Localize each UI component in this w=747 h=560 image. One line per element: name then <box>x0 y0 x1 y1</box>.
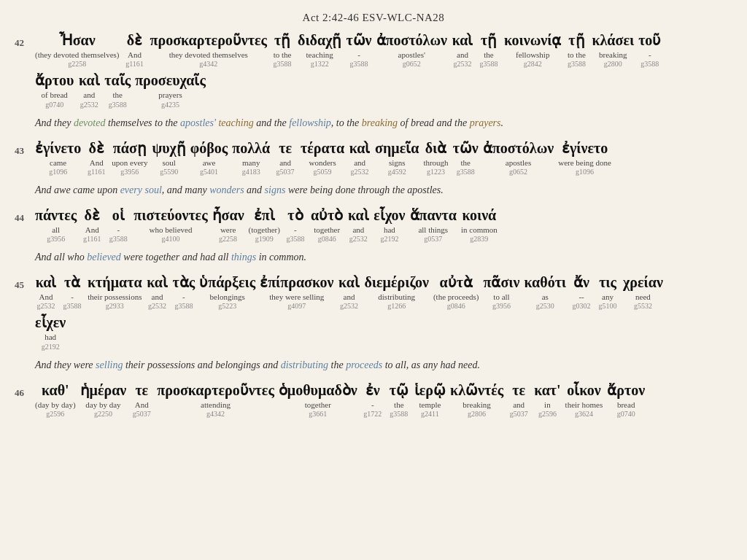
word-unit: τῶν - g3588 <box>346 31 371 69</box>
word-unit: δὲ And g1161 <box>81 206 103 244</box>
verse-42-line1: 42 Ἦσαν (they devoted themselves) g2258 … <box>15 31 732 70</box>
verse-42-line2: ἄρτου of bread g0740 καὶ and g2532 ταῖς … <box>35 71 732 110</box>
word-unit: κοινά in common g2839 <box>461 206 498 244</box>
word-unit: ἱερῷ temple g2411 <box>414 381 446 419</box>
word-unit: προσκαρτεροῦντες they devoted themselves… <box>150 31 267 69</box>
verse-43-line1: 43 ἐγίνετο came g1096 δὲ And g1161 πάσῃ … <box>15 139 732 178</box>
word-unit: τὸ - g3588 <box>285 206 306 244</box>
word-unit: καὶ and g2532 <box>147 273 169 311</box>
word-unit: διὰ through g1223 <box>423 139 448 176</box>
verse-num-42: 42 <box>15 31 35 49</box>
word-unit: καὶ and g2532 <box>78 71 100 109</box>
verse-44-translation: And all who believed were together and h… <box>35 249 732 265</box>
word-unit: καὶ and g2532 <box>349 139 371 176</box>
word-unit: δὲ And g1161 <box>85 139 107 176</box>
verse-46: 46 καθ' (day by day) g2596 ἡμέραν day by… <box>15 381 732 420</box>
word-unit: τῇ the g3588 <box>478 31 500 69</box>
word-unit: ἐπίπρασκον they were selling g4097 <box>260 273 333 311</box>
word-unit: ταῖς the g3588 <box>104 71 131 109</box>
word-unit: ἡμέραν day by day g2250 <box>80 381 127 419</box>
verse-42: 42 Ἦσαν (they devoted themselves) g2258 … <box>15 31 732 131</box>
word-unit: κτήματα their possessions g2933 <box>88 273 142 311</box>
verse-num-43: 43 <box>15 139 35 157</box>
word-unit: ἦσαν were g2258 <box>212 206 244 244</box>
word-unit: οἱ - g3588 <box>107 206 129 244</box>
word-unit: ἄρτον bread g0740 <box>607 381 645 419</box>
word-unit: ψυχῇ soul g5590 <box>152 139 185 176</box>
word-unit: σημεῖα signs g4592 <box>375 139 419 176</box>
word-unit: τε And g5037 <box>131 381 152 419</box>
word-unit: ἀποστόλων apostles g0652 <box>483 139 554 176</box>
word-unit: προσκαρτεροῦντες attending g4342 <box>157 381 274 419</box>
word-unit: ἄρτου of bread g0740 <box>35 71 74 109</box>
word-unit: τοῦ - g3588 <box>638 31 661 69</box>
page-title: Act 2:42-46 ESV-WLC-NA28 <box>15 7 732 31</box>
word-unit: κλάσει breaking g2800 <box>592 31 634 69</box>
word-unit: ἐγίνετο came g1096 <box>35 139 81 176</box>
word-unit: Ἦσαν (they devoted themselves) g2258 <box>35 31 119 69</box>
word-unit: καθότι as g2530 <box>525 273 567 311</box>
word-unit: πάσῃ upon every g3956 <box>112 139 147 176</box>
word-unit: οἶκον their homes g3624 <box>565 381 603 419</box>
word-unit: πᾶσιν to all g3956 <box>484 273 520 311</box>
verse-45: 45 καὶ And g2532 τὰ - g3588 κτήματα thei… <box>15 273 732 373</box>
word-unit: πάντες all g3956 <box>35 206 77 244</box>
word-unit: κλῶντές breaking g2806 <box>450 381 503 419</box>
word-unit: καθ' (day by day) g2596 <box>35 381 76 419</box>
word-unit: εἶχον had g2192 <box>374 206 405 244</box>
verse-45-line2: εἶχεν had g2192 <box>35 314 732 352</box>
word-unit: αὐτὰ (the proceeds) g0846 <box>433 273 479 311</box>
word-unit: τε and g5037 <box>508 381 530 419</box>
word-unit: τὰς - g3588 <box>173 273 196 311</box>
verse-num-46: 46 <box>15 381 35 399</box>
word-unit: καὶ and g2532 <box>347 206 369 244</box>
verse-45-translation: And they were selling their possessions … <box>35 357 732 373</box>
page-container: Act 2:42-46 ESV-WLC-NA28 42 Ἦσαν (they d… <box>15 7 732 420</box>
verse-43-translation: And awe came upon every soul, and many w… <box>35 182 732 198</box>
word-unit: ἄν -- g0302 <box>570 273 592 311</box>
verse-44-line1: 44 πάντες all g3956 δὲ And g1161 οἱ - g3… <box>15 206 732 245</box>
verse-45-line1: 45 καὶ And g2532 τὰ - g3588 κτήματα thei… <box>15 273 732 312</box>
word-unit: διεμέριζον distributing g1266 <box>364 273 428 311</box>
word-unit: τέρατα wonders g5059 <box>301 139 344 176</box>
word-unit: εἶχεν had g2192 <box>35 314 66 351</box>
word-unit: καὶ And g2532 <box>35 273 57 311</box>
word-unit: ἐν - g1722 <box>362 381 384 419</box>
word-unit: αὐτὸ together g0846 <box>311 206 343 244</box>
word-unit: κατ' in g2596 <box>534 381 560 419</box>
word-unit: ὑπάρξεις belongings g5223 <box>199 273 255 311</box>
word-unit: τῶν the g3588 <box>453 139 479 176</box>
word-unit: δὲ And g1161 <box>123 31 145 69</box>
verse-num-45: 45 <box>15 273 35 291</box>
word-unit: ἐγίνετο were being done g1096 <box>558 139 611 176</box>
verse-42-translation: And they devoted themselves to the apost… <box>35 115 732 131</box>
word-unit: προσευχαῖς prayers g4235 <box>135 71 206 109</box>
word-unit: τῷ the g3588 <box>388 381 410 419</box>
word-unit: ὁμοθυμαδὸν together g3661 <box>279 381 357 419</box>
word-unit: πιστεύοντες who believed g4100 <box>133 206 207 244</box>
verse-43: 43 ἐγίνετο came g1096 δὲ And g1161 πάσῃ … <box>15 139 732 198</box>
word-unit: τὰ - g3588 <box>61 273 83 311</box>
word-unit: διδαχῇ teaching g1322 <box>298 31 341 69</box>
word-unit: κοινωνίᾳ fellowship g2842 <box>504 31 561 69</box>
word-unit: καὶ and g2532 <box>338 273 360 311</box>
word-unit: ἅπαντα all things g0537 <box>410 206 457 244</box>
word-unit: καὶ and g2532 <box>452 31 473 69</box>
word-unit: τῇ to the g3588 <box>565 31 587 69</box>
verse-44: 44 πάντες all g3956 δὲ And g1161 οἱ - g3… <box>15 206 732 265</box>
verse-46-line1: 46 καθ' (day by day) g2596 ἡμέραν day by… <box>15 381 732 420</box>
word-unit: ἐπὶ (together) g1909 <box>249 206 280 244</box>
word-unit: τις any g5100 <box>597 273 619 311</box>
word-unit: τε and g5037 <box>274 139 296 176</box>
word-unit: πολλά many g4183 <box>232 139 270 176</box>
word-unit: φόβος awe g5401 <box>190 139 228 176</box>
word-unit: ἀποστόλων apostles' g0652 <box>376 31 447 69</box>
verse-num-44: 44 <box>15 206 35 224</box>
word-unit: τῇ to the g3588 <box>271 31 293 69</box>
word-unit: χρείαν need g5532 <box>623 273 663 311</box>
